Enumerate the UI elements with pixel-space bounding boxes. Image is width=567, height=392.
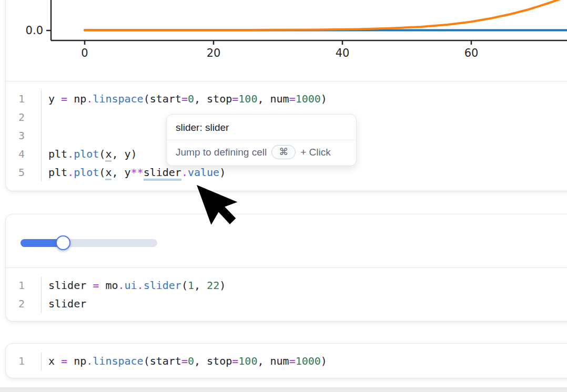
code-line[interactable]: 2slider [6,295,567,313]
tooltip-shortcut-suffix: + Click [300,147,331,158]
tooltip-title: slider: slider [167,115,356,140]
line-number: 2 [6,295,25,313]
slider-handle[interactable] [56,235,70,250]
code-text: slider [41,295,567,313]
code-line[interactable]: 5plt.plot(x, y**slider.value) [6,163,567,182]
page-bottom-band [0,387,567,392]
tooltip-action-label: Jump to defining cell [176,147,267,158]
code-editor-slider[interactable]: 1slider = mo.ui.slider(1, 22)2slider [6,267,567,323]
code-line[interactable]: 1slider = mo.ui.slider(1, 22) [6,276,567,295]
code-text: slider = mo.ui.slider(1, 22) [41,276,567,295]
code-line[interactable]: 1x = np.linspace(start=0, stop=100, num=… [6,352,567,370]
command-key-icon: ⌘ [271,145,296,159]
cell-x: 1x = np.linspace(start=0, stop=100, num=… [5,343,567,378]
slider-output [6,214,567,267]
plot-output [6,0,567,81]
code-editor-x[interactable]: 1x = np.linspace(start=0, stop=100, num=… [6,344,567,379]
line-number: 4 [6,145,25,163]
line-number: 1 [6,352,25,370]
line-number: 1 [6,276,25,295]
line-number: 3 [6,127,25,145]
line-number: 2 [6,108,25,127]
code-text: y = np.linspace(start=0, stop=100, num=1… [41,90,567,108]
code-text: plt.plot(x, y**slider.value) [41,163,567,182]
marimo-notebook: 1y = np.linspace(start=0, stop=100, num=… [0,0,567,392]
variable-tooltip: slider: slider Jump to defining cell ⌘ +… [166,114,357,166]
code-text: x = np.linspace(start=0, stop=100, num=1… [41,352,567,370]
line-number: 5 [6,163,25,182]
line-number: 1 [6,90,25,108]
tooltip-action-row: Jump to defining cell ⌘ + Click [167,140,356,166]
code-line[interactable]: 1y = np.linspace(start=0, stop=100, num=… [6,90,567,108]
cell-slider: 1slider = mo.ui.slider(1, 22)2slider [5,214,567,322]
